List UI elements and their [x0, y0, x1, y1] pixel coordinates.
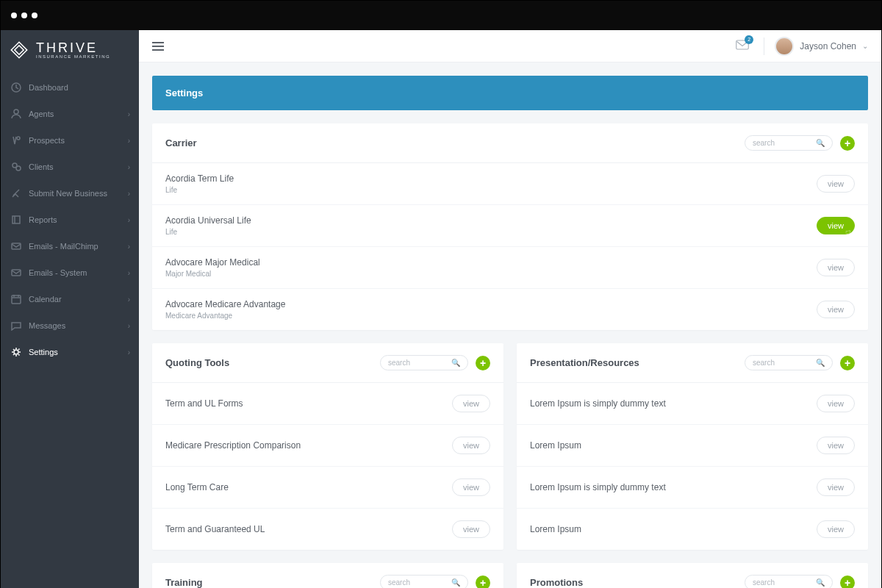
mail-icon[interactable]: 2 [736, 40, 749, 53]
window-titlebar [1, 1, 881, 30]
search-training[interactable]: 🔍 [380, 575, 468, 588]
list-item: Acordia Universal LifeLifeview☟ [152, 205, 868, 247]
view-button[interactable]: view [817, 259, 855, 276]
view-button[interactable]: view [817, 395, 855, 412]
list-item: Lorem Ipsumview [517, 509, 868, 550]
search-input[interactable] [753, 139, 816, 147]
row-title: Advocare Medicare Advantage [165, 299, 817, 309]
search-quoting[interactable]: 🔍 [380, 355, 468, 370]
window-dot [21, 12, 27, 18]
search-carrier[interactable]: 🔍 [745, 135, 833, 151]
user-menu[interactable]: Jayson Cohen ⌄ [775, 37, 868, 56]
svg-point-11 [14, 350, 18, 354]
view-button[interactable]: view [452, 395, 490, 412]
search-icon: 🔍 [816, 578, 825, 587]
svg-rect-0 [11, 42, 26, 57]
sidebar-item-clients[interactable]: Clients› [1, 154, 139, 180]
sidebar-item-dashboard[interactable]: Dashboard› [1, 74, 139, 101]
view-button[interactable]: view [817, 437, 855, 454]
brand: THRIVE INSURANCE MARKETING [1, 30, 139, 70]
search-icon: 🔍 [451, 359, 460, 367]
row-subtitle: Medicare Advantage [165, 312, 817, 320]
row-title: Lorem Ipsum [530, 524, 817, 534]
search-resources[interactable]: 🔍 [745, 355, 833, 370]
view-button[interactable]: view [817, 301, 855, 318]
add-training-button[interactable]: + [476, 576, 490, 589]
view-button[interactable]: view [452, 437, 490, 454]
brand-name: THRIVE [36, 41, 110, 54]
add-carrier-button[interactable]: + [840, 136, 855, 151]
nav-icon [11, 268, 21, 278]
chevron-right-icon: › [128, 322, 130, 330]
add-promotions-button[interactable]: + [840, 576, 855, 589]
sidebar-item-agents[interactable]: Agents› [1, 101, 139, 127]
search-promotions[interactable]: 🔍 [745, 575, 833, 588]
nav-icon [11, 294, 21, 304]
nav-icon [11, 109, 21, 119]
list-item: Term and UL Formsview [152, 383, 503, 425]
row-title: Long Term Care [165, 482, 452, 492]
sidebar-item-calendar[interactable]: Calendar› [1, 286, 139, 312]
panel-promotions: Promotions 🔍 + [517, 563, 868, 588]
chevron-right-icon: › [128, 190, 130, 198]
row-title: Acordia Universal Life [165, 215, 817, 226]
row-title: Term and Guaranteed UL [165, 524, 452, 534]
svg-rect-9 [12, 270, 21, 276]
list-item: Term and Guaranteed ULview [152, 509, 503, 550]
list-item: Lorem Ipsum is simply dummy textview [517, 383, 868, 425]
list-item: Advocare Medicare AdvantageMedicare Adva… [152, 289, 868, 330]
svg-point-4 [17, 137, 20, 140]
chevron-right-icon: › [128, 295, 130, 304]
sidebar-item-prospects[interactable]: Prospects› [1, 127, 139, 154]
topbar-divider [764, 37, 764, 55]
search-input[interactable] [388, 359, 451, 367]
svg-rect-8 [12, 243, 21, 249]
add-quoting-button[interactable]: + [476, 356, 490, 370]
search-icon: 🔍 [451, 578, 460, 587]
view-button[interactable]: view [817, 175, 855, 193]
search-input[interactable] [753, 578, 816, 587]
panel-training: Training 🔍 + [152, 563, 503, 588]
brand-tagline: INSURANCE MARKETING [36, 54, 110, 59]
chevron-down-icon: ⌄ [862, 42, 868, 50]
sidebar: THRIVE INSURANCE MARKETING Dashboard›Age… [1, 30, 139, 588]
add-resources-button[interactable]: + [840, 356, 855, 370]
nav-icon [11, 215, 21, 225]
row-title: Medicare Prescription Comparison [165, 440, 452, 451]
list-item: Acordia Term LifeLifeview [152, 163, 868, 205]
row-title: Advocare Major Medical [165, 257, 817, 268]
search-input[interactable] [388, 578, 451, 587]
view-button[interactable]: view [817, 520, 855, 538]
nav-icon [11, 241, 21, 251]
sidebar-item-emails-system[interactable]: Emails - System› [1, 259, 139, 286]
sidebar-item-settings[interactable]: Settings› [1, 339, 139, 365]
list-item: Medicare Prescription Comparisonview [152, 425, 503, 467]
row-title: Term and UL Forms [165, 398, 452, 409]
sidebar-item-messages[interactable]: Messages› [1, 312, 139, 339]
brand-logo-icon [10, 40, 29, 60]
list-item: Lorem Ipsum is simply dummy textview [517, 467, 868, 509]
page-title: Settings [152, 76, 868, 110]
view-button[interactable]: view [817, 478, 855, 496]
chevron-right-icon: › [128, 269, 130, 277]
search-input[interactable] [753, 359, 816, 367]
window-dot [11, 12, 17, 18]
view-button[interactable]: view [452, 478, 490, 496]
nav-icon [11, 347, 21, 357]
sidebar-item-label: Calendar [29, 295, 62, 304]
view-button[interactable]: view [452, 520, 490, 538]
sidebar-item-label: Settings [29, 348, 58, 356]
chevron-right-icon: › [128, 243, 130, 251]
view-button[interactable]: view☟ [817, 217, 855, 234]
sidebar-item-label: Messages [29, 321, 65, 330]
row-title: Lorem Ipsum is simply dummy text [530, 398, 817, 409]
sidebar-item-emails-mailchimp[interactable]: Emails - MailChimp› [1, 233, 139, 259]
avatar [775, 37, 794, 56]
svg-rect-7 [12, 216, 20, 223]
chevron-right-icon: › [128, 163, 130, 171]
sidebar-item-submit-new-business[interactable]: Submit New Business› [1, 180, 139, 207]
sidebar-item-label: Submit New Business [29, 189, 107, 198]
mail-badge: 2 [745, 35, 753, 44]
sidebar-item-reports[interactable]: Reports› [1, 207, 139, 233]
menu-toggle-icon[interactable] [152, 42, 164, 51]
